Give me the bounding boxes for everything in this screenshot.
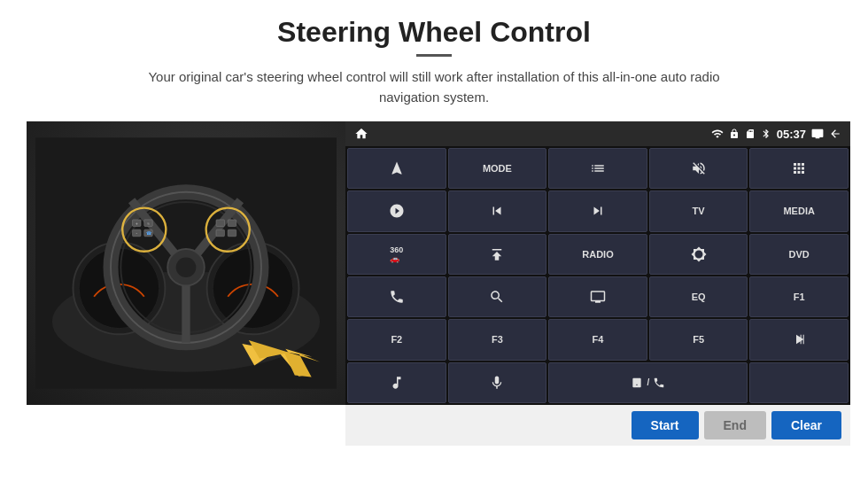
button-grid: MODE: [345, 146, 850, 405]
display-icon: [811, 128, 824, 140]
btn-dvd[interactable]: DVD: [749, 234, 849, 275]
head-unit: 05:37 MODE: [345, 121, 850, 405]
page-title: Steering Wheel Control: [277, 16, 591, 49]
btn-media[interactable]: MEDIA: [749, 190, 849, 231]
btn-mode[interactable]: MODE: [448, 148, 547, 189]
svg-rect-29: [216, 229, 224, 237]
title-divider: [416, 54, 452, 57]
steering-wheel-bg: km/h: [27, 121, 345, 405]
svg-rect-27: [216, 220, 224, 227]
btn-empty[interactable]: [749, 362, 849, 403]
btn-eject[interactable]: [448, 234, 547, 275]
btn-f1[interactable]: F1: [749, 276, 849, 317]
status-left: [354, 127, 368, 141]
content-area: km/h: [27, 121, 841, 446]
sd-icon: [745, 128, 756, 139]
status-time: 05:37: [777, 128, 806, 141]
end-button[interactable]: End: [704, 411, 766, 439]
wifi-icon: [711, 128, 724, 140]
back-icon: [829, 128, 841, 140]
clear-button[interactable]: Clear: [771, 411, 841, 439]
btn-f5[interactable]: F5: [649, 319, 748, 360]
btn-screen[interactable]: [548, 276, 647, 317]
btn-mute[interactable]: [649, 148, 748, 189]
btn-f3[interactable]: F3: [448, 319, 547, 360]
start-button[interactable]: Start: [632, 411, 699, 439]
page-subtitle: Your original car's steering wheel contr…: [124, 67, 744, 107]
btn-mic[interactable]: [448, 362, 547, 403]
btn-vol-phone[interactable]: /: [548, 362, 748, 403]
btn-list[interactable]: [548, 148, 647, 189]
status-right: 05:37: [711, 128, 841, 141]
btn-360-car[interactable]: 360🚗: [347, 234, 446, 275]
car-image: km/h: [27, 121, 345, 405]
btn-eq[interactable]: EQ: [649, 276, 748, 317]
btn-navigate[interactable]: [347, 148, 446, 189]
action-bar: Start End Clear: [345, 405, 850, 446]
lock-icon: [729, 128, 740, 139]
svg-text:☎: ☎: [146, 231, 151, 236]
home-icon: [354, 127, 368, 141]
svg-rect-30: [228, 229, 236, 237]
btn-f4[interactable]: F4: [548, 319, 647, 360]
btn-settings-circle[interactable]: [347, 190, 446, 231]
btn-radio[interactable]: RADIO: [548, 234, 647, 275]
status-bar: 05:37: [345, 121, 850, 146]
btn-play-pause[interactable]: [749, 319, 849, 360]
btn-next[interactable]: [548, 190, 647, 231]
btn-search[interactable]: [448, 276, 547, 317]
head-unit-wrapper: 05:37 MODE: [345, 121, 850, 446]
btn-brightness[interactable]: [649, 234, 748, 275]
btn-phone[interactable]: [347, 276, 446, 317]
svg-text:+: +: [136, 222, 138, 226]
bluetooth-icon: [761, 128, 771, 139]
svg-point-16: [176, 257, 197, 277]
steering-wheel-illustration: km/h: [35, 130, 337, 396]
btn-tv[interactable]: TV: [649, 190, 748, 231]
btn-f2[interactable]: F2: [347, 319, 446, 360]
page-container: Steering Wheel Control Your original car…: [0, 0, 868, 482]
btn-apps[interactable]: [749, 148, 849, 189]
svg-text:≈: ≈: [147, 222, 150, 226]
svg-rect-28: [228, 220, 236, 227]
btn-prev[interactable]: [448, 190, 547, 231]
btn-music[interactable]: [347, 362, 446, 403]
